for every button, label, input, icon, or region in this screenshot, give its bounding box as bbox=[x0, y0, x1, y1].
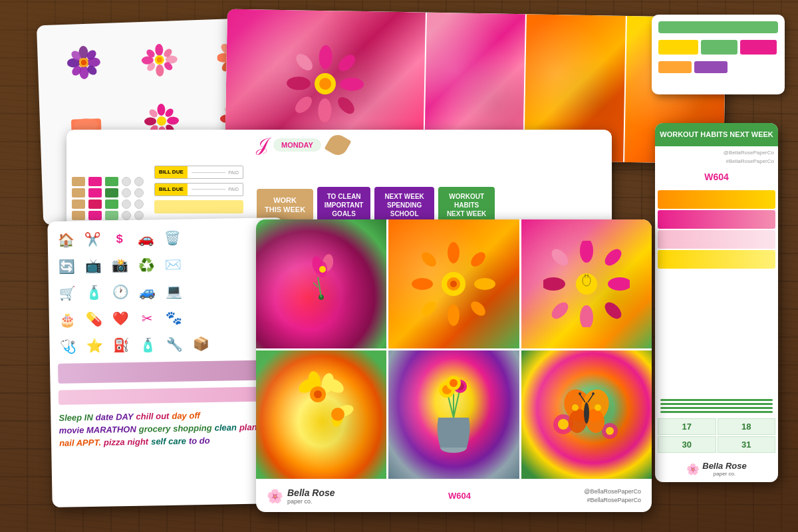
svg-point-108 bbox=[420, 249, 440, 269]
main-photo-5 bbox=[388, 350, 519, 479]
panel-photo-strips bbox=[655, 188, 778, 396]
svg-point-135 bbox=[331, 408, 344, 421]
social-main: @BellaRosePaperCo #BellaRosePaperCo bbox=[584, 487, 641, 504]
spray-icon: 🧴 bbox=[83, 282, 105, 304]
green-bar bbox=[658, 21, 778, 33]
day-off-word: day off bbox=[172, 410, 200, 421]
purple-strip bbox=[58, 360, 278, 384]
stethoscope-icon: 🩺 bbox=[57, 335, 79, 357]
bottle-icon: 🧴 bbox=[137, 334, 159, 356]
brand-sub-main: paper co. bbox=[287, 498, 335, 505]
date-31: 31 bbox=[718, 436, 776, 453]
svg-point-156 bbox=[595, 404, 601, 411]
icon-sticker-sheet: 🏠 ✂️ $ 🚗 🗑️ 🔄 📺 📸 ♻️ ✉️ 🛒 🧴 🕐 🚙 💻 bbox=[47, 217, 288, 507]
svg-point-145 bbox=[450, 379, 458, 387]
icon-row-3: 🛒 🧴 🕐 🚙 💻 bbox=[57, 279, 277, 304]
panel-social-1: @BellaRosePaperCo bbox=[659, 149, 774, 158]
svg-point-121 bbox=[549, 299, 571, 322]
washer-icon: 🔄 bbox=[56, 255, 78, 277]
paid-text-2: PAID bbox=[228, 187, 239, 192]
svg-point-106 bbox=[412, 278, 433, 290]
work-this-week-label: WORKTHIS WEEK bbox=[257, 189, 313, 221]
panel-header: WORKOUT HABITS NEXT WEEK bbox=[655, 123, 778, 146]
svg-point-159 bbox=[579, 392, 581, 395]
main-photos-card: 🌸 Bella Rose paper co. W604 @BellaRosePa… bbox=[256, 219, 652, 512]
svg-point-92 bbox=[335, 52, 358, 74]
svg-point-109 bbox=[469, 249, 489, 269]
svg-point-12 bbox=[156, 64, 164, 76]
main-photo-6 bbox=[521, 350, 652, 479]
flower-sticker-1 bbox=[47, 33, 120, 92]
gas-icon: ⛽ bbox=[110, 334, 132, 356]
panel-sku: W604 bbox=[655, 166, 778, 188]
svg-point-132 bbox=[314, 390, 322, 398]
strip-1 bbox=[658, 190, 775, 209]
scissors-icon: ✂️ bbox=[82, 229, 104, 251]
svg-point-93 bbox=[292, 94, 315, 116]
main-photo-4 bbox=[256, 350, 386, 479]
script-words-section: Sleep IN date DAY chill out day off movi… bbox=[59, 406, 279, 448]
green-line-1 bbox=[660, 399, 773, 401]
green-lines bbox=[655, 396, 778, 416]
flower-sticker-2 bbox=[123, 31, 196, 89]
panel-social-2: #BellaRosePaperCo bbox=[659, 158, 774, 166]
recycle-icon: ♻️ bbox=[136, 254, 158, 276]
green-line-2 bbox=[660, 403, 773, 405]
main-photo-1 bbox=[256, 219, 386, 348]
pink-strip bbox=[59, 386, 279, 405]
top-right-card bbox=[652, 15, 785, 94]
strip-2 bbox=[658, 210, 775, 229]
main-photo-grid bbox=[256, 219, 652, 479]
svg-point-120 bbox=[602, 246, 624, 269]
grocery-shopping-word: grocery shopping bbox=[139, 423, 212, 434]
paw-icon: 🐾 bbox=[164, 307, 186, 329]
brand-name-main: Bella Rose bbox=[287, 487, 335, 498]
camera-icon: 📸 bbox=[109, 255, 131, 277]
svg-point-105 bbox=[448, 305, 460, 326]
movie-marathon-word: movie MARATHON bbox=[59, 424, 136, 436]
green-line-4 bbox=[660, 411, 773, 413]
box-icon: 📦 bbox=[190, 333, 212, 355]
car-icon: 🚗 bbox=[135, 227, 157, 249]
cart-icon: 🛒 bbox=[57, 282, 78, 304]
trash-icon: 🗑️ bbox=[162, 227, 184, 249]
panel-brand: 🌸 Bella Rose paper co. bbox=[655, 456, 778, 482]
main-photo-2 bbox=[388, 219, 519, 348]
main-scene: BILL DUE PAID BILL DUE PAID bbox=[0, 0, 798, 532]
svg-point-149 bbox=[606, 427, 614, 435]
svg-point-39 bbox=[157, 103, 166, 115]
icon-row-5: 🩺 ⭐ ⛽ 🧴 🔧 📦 bbox=[57, 332, 278, 357]
svg-line-99 bbox=[313, 283, 318, 287]
bill-due-label-2: BILL DUE bbox=[155, 184, 188, 196]
date-day-word: date DAY bbox=[96, 412, 134, 422]
sku-main: W604 bbox=[448, 491, 471, 501]
svg-point-110 bbox=[420, 299, 440, 319]
svg-point-47 bbox=[156, 116, 166, 125]
icon-row-4: 🎂 💊 ❤️ ✂ 🐾 bbox=[57, 305, 278, 331]
main-card-footer: 🌸 Bella Rose paper co. W604 @BellaRosePa… bbox=[256, 479, 652, 512]
social-handle-1: @BellaRosePaperCo bbox=[584, 487, 641, 496]
social-hashtag-1: #BellaRosePaperCo bbox=[584, 496, 641, 505]
green-line-3 bbox=[660, 407, 773, 409]
home-icon: 🏠 bbox=[55, 229, 77, 251]
dollar-icon: $ bbox=[108, 228, 130, 250]
svg-point-94 bbox=[334, 94, 357, 117]
bill-due-label-1: BILL DUE bbox=[155, 166, 188, 178]
panel-dates: 17 18 30 31 bbox=[655, 416, 778, 456]
nail-appt-word: nail APPT. bbox=[59, 438, 101, 448]
svg-point-104 bbox=[448, 242, 460, 263]
brand-logo-main: 🌸 Bella Rose paper co. bbox=[267, 487, 335, 505]
svg-point-91 bbox=[293, 51, 316, 73]
svg-point-155 bbox=[572, 404, 579, 411]
svg-point-111 bbox=[469, 299, 489, 319]
clock-icon: 🕐 bbox=[110, 281, 132, 303]
svg-point-87 bbox=[319, 45, 332, 69]
cut-icon: ✂ bbox=[137, 307, 159, 329]
monday-row: 𝒥 MONDAY bbox=[249, 130, 612, 160]
svg-point-115 bbox=[580, 241, 593, 263]
svg-point-114 bbox=[450, 281, 457, 287]
svg-point-103 bbox=[319, 266, 326, 273]
svg-point-147 bbox=[558, 419, 569, 430]
svg-point-154 bbox=[584, 402, 589, 424]
svg-point-107 bbox=[474, 278, 495, 290]
